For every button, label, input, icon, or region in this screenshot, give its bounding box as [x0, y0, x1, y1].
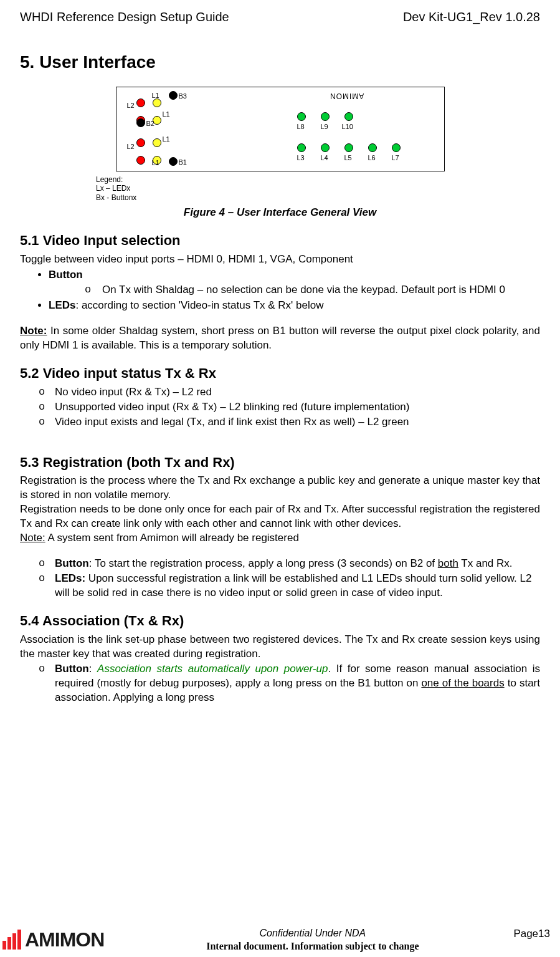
page: WHDI Reference Design Setup Guide Dev Ki… — [0, 0, 560, 957]
note-body: In some older Shaldag system, short pres… — [20, 325, 540, 351]
diagram: L1 B3 L2 L1 B2 L2 L1 L1 B1 AMIMON L8 L9 — [116, 87, 445, 171]
led-dot — [321, 143, 330, 152]
note-label: Note: — [20, 325, 47, 337]
body-text: Association starts automatically upon po… — [97, 663, 328, 675]
list-item: On Tx with Shaldag – no selection can be… — [102, 283, 540, 297]
logo-bars-icon — [2, 930, 21, 950]
led-dot — [136, 138, 145, 147]
diagram-label: L2 — [127, 142, 135, 151]
led-dot — [153, 138, 161, 147]
list-item: No video input (Rx & Tx) – L2 red — [55, 385, 540, 400]
diagram-label: L9 — [321, 122, 328, 132]
led-dot — [136, 99, 145, 107]
label: Button — [49, 269, 83, 281]
body-text: Tx and Rx. — [458, 557, 513, 569]
note-body: A system sent from Amimon will already b… — [45, 532, 299, 544]
diagram-label: B1 — [179, 158, 187, 167]
led-dot — [368, 143, 377, 152]
bullet-list: Button On Tx with Shaldag – no selection… — [20, 268, 540, 314]
figure: L1 B3 L2 L1 B2 L2 L1 L1 B1 AMIMON L8 L9 — [20, 87, 540, 220]
heading-5-3: 5.3 Registration (both Tx and Rx) — [20, 453, 540, 472]
main-heading: 5. User Interface — [20, 50, 540, 74]
list-item: Button: Association starts automatically… — [55, 662, 540, 705]
led-dot — [153, 99, 161, 107]
heading-5-1: 5.1 Video Input selection — [20, 231, 540, 250]
label: LEDs: — [55, 572, 85, 584]
list-item: Video input exists and legal (Tx, and if… — [55, 415, 540, 430]
body-text: Upon successful registration a link will… — [55, 572, 531, 599]
legend-line: Lx – LEDx — [96, 184, 136, 193]
diagram-label: L10 — [342, 122, 353, 132]
diagram-label: L1 — [152, 158, 159, 168]
list-item: Button On Tx with Shaldag – no selection… — [49, 268, 540, 298]
label: Button — [55, 663, 89, 675]
button-dot — [169, 157, 178, 166]
list-item: Button: To start the registration proces… — [55, 557, 540, 571]
header-right: Dev Kit-UG1_Rev 1.0.28 — [403, 9, 540, 26]
led-dot — [321, 112, 330, 121]
list-item: LEDs: Upon successful registration a lin… — [55, 572, 540, 600]
diagram-label: L1 — [163, 135, 170, 144]
led-dot — [344, 112, 353, 121]
diagram-label: L3 — [297, 153, 305, 163]
led-dot — [297, 143, 306, 152]
led-dot — [392, 143, 401, 152]
sub-list: No video input (Rx & Tx) – L2 red Unsupp… — [20, 385, 540, 430]
body-text: : — [89, 663, 97, 675]
diagram-label: L2 — [127, 101, 135, 110]
diagram-label: L6 — [368, 153, 376, 163]
body-text: both — [438, 557, 458, 569]
diagram-label: L7 — [392, 153, 399, 163]
list-item: Unsupported video input (Rx & Tx) – L2 b… — [55, 400, 540, 415]
body-text: Association is the link set-up phase bet… — [20, 633, 540, 661]
legend: Legend: Lx – LEDx Bx - Buttonx — [96, 175, 136, 202]
footer-internal: Internal document. Information subject t… — [112, 940, 513, 953]
led-dot — [344, 143, 353, 152]
top-header: WHDI Reference Design Setup Guide Dev Ki… — [20, 9, 540, 26]
figure-caption: Figure 4 – User Interface General View — [184, 206, 376, 220]
note: Note: In some older Shaldag system, shor… — [20, 324, 540, 353]
footer: AMIMON Confidential Under NDA Internal d… — [0, 926, 560, 953]
legend-line: Bx - Buttonx — [96, 193, 136, 202]
brand-logo: AMIMON — [2, 926, 104, 953]
sub-list: On Tx with Shaldag – no selection can be… — [49, 283, 540, 297]
heading-5-4: 5.4 Association (Tx & Rx) — [20, 612, 540, 630]
body-text: : To start the registration process, app… — [89, 557, 438, 569]
diagram-label: L8 — [297, 122, 305, 132]
heading-5-2: 5.2 Video input status Tx & Rx — [20, 364, 540, 383]
amimon-text: AMIMON — [330, 91, 364, 101]
body-text: Registration is the process where the Tx… — [20, 474, 540, 503]
button-dot — [169, 91, 178, 100]
diagram-label: B2 — [146, 119, 154, 128]
legend-title: Legend: — [96, 175, 136, 184]
note: Note: A system sent from Amimon will alr… — [20, 531, 540, 546]
body-text: Toggle between video input ports – HDMI … — [20, 252, 540, 267]
note-label: Note: — [20, 532, 45, 544]
list-item: LEDs: according to section 'Video-in sta… — [49, 299, 540, 313]
diagram-label: L5 — [344, 153, 352, 163]
brand-text: AMIMON — [25, 926, 104, 953]
sub-list: Button: To start the registration proces… — [20, 557, 540, 600]
label: Button — [55, 557, 89, 569]
label: LEDs — [49, 299, 75, 311]
led-dot — [297, 112, 306, 121]
sub-list: Button: Association starts automatically… — [20, 662, 540, 705]
body-text: Registration needs to be done only once … — [20, 503, 540, 531]
button-dot — [136, 118, 145, 127]
header-left: WHDI Reference Design Setup Guide — [20, 9, 229, 26]
body-text: one of the boards — [421, 677, 504, 689]
diagram-label: L1 — [163, 110, 170, 119]
footer-confidential: Confidential Under NDA — [112, 926, 513, 940]
diagram-label: B3 — [179, 92, 187, 101]
page-number: Page13 — [513, 927, 550, 953]
body-text: : according to section 'Video-in status … — [75, 299, 323, 311]
footer-center: Confidential Under NDA Internal document… — [112, 926, 513, 953]
diagram-label: L4 — [321, 153, 328, 163]
